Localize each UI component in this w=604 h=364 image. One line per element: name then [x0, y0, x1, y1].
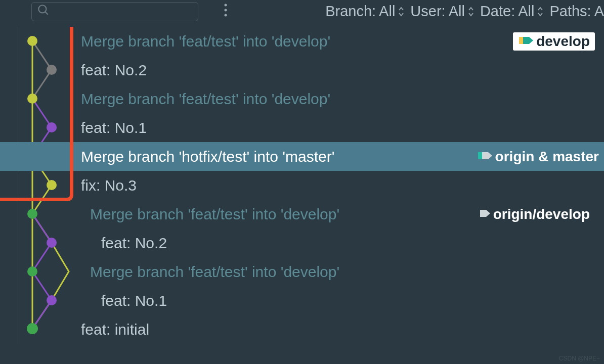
commit-message: fix: No.3 [81, 177, 137, 194]
svg-point-3 [225, 9, 227, 11]
tag-icon [518, 33, 533, 50]
chevron-updown-icon [537, 6, 543, 17]
more-menu-icon[interactable] [224, 3, 228, 20]
svg-point-0 [38, 5, 46, 13]
commit-message: Merge branch 'hotfix/test' into 'master' [81, 148, 334, 165]
log-toolbar: Branch: All User: All Date: All Paths: A [0, 0, 604, 23]
svg-point-2 [225, 4, 227, 6]
tag-label: origin & master [495, 149, 599, 165]
commit-row[interactable]: feat: No.1 [0, 286, 604, 315]
commit-message: feat: No.1 [81, 119, 147, 136]
branch-tag-origin-master[interactable]: origin & master [472, 148, 604, 166]
commit-row[interactable]: Merge branch 'feat/test' into 'develop' … [0, 27, 604, 56]
commit-message: Merge branch 'feat/test' into 'develop' [90, 263, 339, 281]
tag-icon [477, 149, 492, 165]
chevron-updown-icon [398, 6, 404, 17]
date-filter[interactable]: Date: All [480, 3, 544, 20]
search-input[interactable] [31, 2, 198, 21]
commit-message: Merge branch 'feat/test' into 'develop' [81, 90, 330, 108]
user-filter-value: All [449, 3, 465, 20]
svg-line-1 [45, 12, 48, 14]
branch-filter-value: All [379, 3, 395, 20]
commit-message: feat: initial [81, 321, 149, 338]
user-filter[interactable]: User: All [410, 3, 474, 20]
commit-row[interactable]: feat: No.2 [0, 229, 604, 257]
commit-row[interactable]: feat: initial [0, 315, 604, 344]
tag-icon [479, 206, 490, 222]
paths-filter-label: Paths: [549, 3, 591, 20]
date-filter-label: Date: [480, 3, 515, 20]
commit-row[interactable]: Merge branch 'feat/test' into 'develop' [0, 84, 604, 113]
date-filter-value: All [518, 3, 534, 20]
tag-label: develop [536, 33, 590, 50]
paths-filter-value: A [594, 3, 604, 20]
commit-message: feat: No.2 [101, 235, 167, 252]
branch-filter-label: Branch: [325, 3, 376, 20]
branch-tag-origin-develop[interactable]: origin/develop [474, 205, 595, 223]
commit-row[interactable]: feat: No.1 [0, 113, 604, 142]
user-filter-label: User: [410, 3, 445, 20]
commit-row[interactable]: feat: No.2 [0, 56, 604, 84]
commit-message: Merge branch 'feat/test' into 'develop' [81, 33, 330, 50]
commit-row[interactable]: fix: No.3 [0, 171, 604, 200]
watermark: CSDN @NPE~ [559, 355, 600, 362]
search-icon [37, 4, 50, 20]
chevron-updown-icon [468, 6, 474, 17]
commit-row[interactable]: Merge branch 'feat/test' into 'develop' [0, 257, 604, 286]
commit-row[interactable]: Merge branch 'feat/test' into 'develop' … [0, 200, 604, 229]
branch-filter[interactable]: Branch: All [325, 3, 404, 20]
commit-message: feat: No.1 [101, 292, 167, 309]
commit-message: Merge branch 'feat/test' into 'develop' [90, 206, 339, 223]
commit-log: Merge branch 'feat/test' into 'develop' … [0, 27, 604, 344]
commit-row-selected[interactable]: Merge branch 'hotfix/test' into 'master'… [0, 142, 604, 171]
paths-filter[interactable]: Paths: A [549, 3, 604, 20]
svg-point-4 [225, 14, 227, 16]
tag-label: origin/develop [493, 206, 590, 222]
commit-message: feat: No.2 [81, 62, 147, 79]
branch-tag-develop[interactable]: develop [513, 32, 595, 51]
